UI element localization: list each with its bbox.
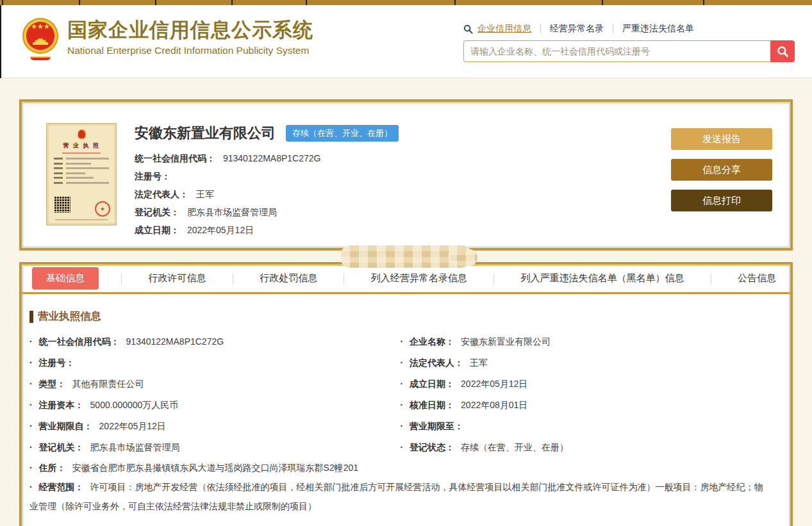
mosaic-redaction [341, 245, 472, 268]
tab-divider [233, 274, 233, 284]
license-emblem-icon [78, 129, 86, 139]
site-subtitle: National Enterprise Credit Information P… [67, 45, 313, 56]
tab-bar: 基础信息 行政许可信息 行政处罚信息 列入经营异常名录信息 列入严重违法失信名单… [22, 265, 790, 294]
detail-card: 基础信息 行政许可信息 行政处罚信息 列入经营异常名录信息 列入严重违法失信名单… [19, 262, 793, 526]
tab-admin-penalty[interactable]: 行政处罚信息 [256, 272, 321, 284]
info-row-business-scope: 经营范围：许可项目：房地产开发经营（依法须经批准的项目，经相关部门批准后方可开展… [29, 477, 771, 516]
info-row-reg-number: 注册号： [29, 352, 401, 374]
national-emblem-logo: ★★★ [21, 17, 60, 60]
top-bar-separator [155, 0, 156, 5]
license-redline [62, 152, 101, 154]
info-row-type: 类型：其他有限责任公司 [29, 374, 401, 395]
search-area: 企业信用信息 经营异常名录 严重违法失信名单 [463, 23, 795, 62]
tab-basic-info[interactable]: 基础信息 [32, 267, 99, 290]
top-bar [0, 0, 812, 5]
nav-link-abnormal-operations[interactable]: 经营异常名录 [541, 23, 613, 35]
summary-row-establish-date: 成立日期： 2022年05月12日 [135, 221, 671, 239]
license-qr-code [54, 196, 70, 213]
search-button-icon [777, 45, 789, 58]
tab-divider [121, 274, 122, 284]
nav-link-enterprise-credit[interactable]: 企业信用信息 [477, 23, 540, 35]
top-bar-separator [2, 0, 3, 5]
top-bar-separator [231, 0, 233, 5]
info-row-legal-rep: 法定代表人：王军 [401, 352, 772, 374]
summary-row-reg-number: 注册号： [135, 167, 671, 185]
status-badge: 存续（在营、开业、在册） [286, 125, 399, 142]
site-title: 国家企业信用信息公示系统 [67, 17, 313, 44]
tab-divider [344, 274, 344, 284]
top-bar-separator [79, 0, 80, 5]
site-header: ★★★ 国家企业信用信息公示系统 National Enterprise Cre… [0, 5, 812, 78]
search-button[interactable] [770, 40, 795, 62]
top-bar-separator [703, 0, 704, 5]
info-row-reg-status: 登记状态：存续（在营、开业、在册） [401, 437, 772, 458]
summary-row-legal-rep: 法定代表人： 王军 [135, 185, 671, 203]
tab-blacklist[interactable]: 列入严重违法失信名单（黑名单）信息 [517, 272, 688, 284]
top-bar-separator [306, 0, 307, 5]
info-row-address: 住所：安徽省合肥市肥东县撮镇镇东风大道与瑶岗路交口尚泽琪瑞东郡S2幢201 [29, 458, 771, 477]
top-bar-separator [602, 0, 603, 5]
summary-row-credit-code: 统一社会信用代码： 91340122MA8P1C272G [135, 149, 671, 167]
business-license-thumbnail[interactable]: 营 业 执 照 ★ [47, 124, 116, 225]
send-report-button[interactable]: 发送报告 [671, 128, 772, 150]
search-icon [463, 24, 473, 34]
info-row-term-from: 营业期限自：2022年05月12日 [29, 416, 401, 437]
info-row-registered-capital: 注册资本：5000.000000万人民币 [29, 395, 401, 416]
info-row-company-name: 企业名称：安徽东新置业有限公司 [401, 331, 772, 352]
top-bar-separator [454, 0, 456, 5]
info-row-credit-code: 统一社会信用代码：91340122MA8P1C272G [29, 331, 401, 352]
tab-announcements[interactable]: 公告信息 [734, 272, 780, 284]
summary-row-reg-authority: 登记机关： 肥东县市场监督管理局 [135, 203, 671, 221]
info-row-establish-date: 成立日期：2022年05月12日 [401, 374, 772, 395]
tab-divider [711, 274, 711, 284]
search-input[interactable] [463, 40, 770, 62]
basic-info-content: 营业执照信息 统一社会信用代码：91340122MA8P1C272G 企业名称：… [22, 294, 790, 526]
tab-divider [493, 274, 494, 284]
license-footer-line [55, 219, 108, 220]
tab-admin-licensing[interactable]: 行政许可信息 [145, 272, 210, 284]
brand: ★★★ 国家企业信用信息公示系统 National Enterprise Cre… [21, 17, 313, 60]
tab-abnormal-list[interactable]: 列入经营异常名录信息 [367, 272, 471, 284]
nav-link-serious-violations[interactable]: 严重违法失信名单 [613, 23, 703, 35]
info-row-approval-date: 核准日期：2022年08月01日 [401, 395, 772, 416]
emblem-gate-icon [33, 38, 48, 45]
section-title-business-license: 营业执照信息 [29, 309, 771, 324]
license-title: 营 业 执 照 [54, 142, 109, 150]
info-row-term-to: 营业期限至： [401, 416, 772, 437]
company-name: 安徽东新置业有限公司 [135, 124, 276, 143]
section-title-bar [29, 311, 33, 323]
license-seal-icon: ★ [95, 201, 110, 217]
print-info-button[interactable]: 信息打印 [671, 190, 772, 211]
info-row-reg-authority: 登记机关：肥东县市场监督管理局 [29, 437, 401, 458]
company-summary-card: 营 业 执 照 ★ 安徽东新置业有限公司 存续（在营、开业、在册） 统一社会信用… [19, 99, 793, 251]
share-info-button[interactable]: 信息分享 [671, 159, 772, 181]
window-edge-artifact [0, 5, 1, 78]
